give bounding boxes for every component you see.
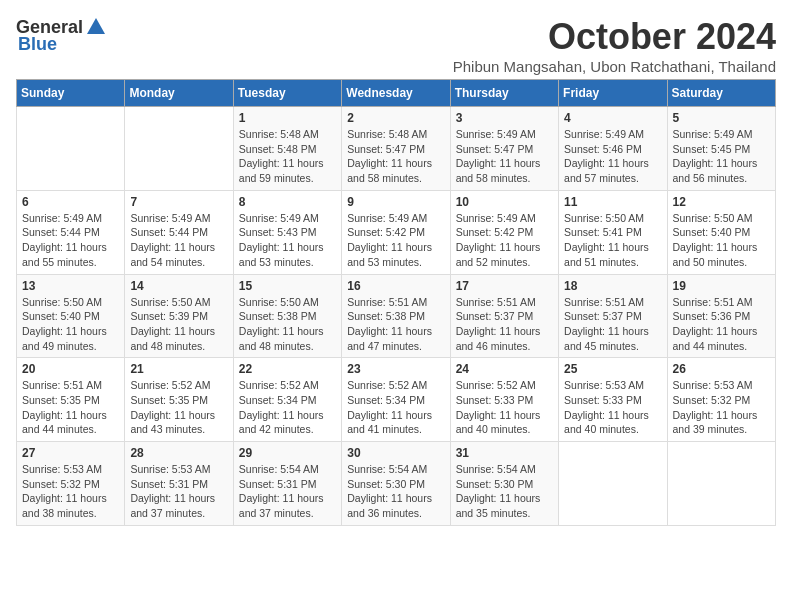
day-detail: Sunrise: 5:49 AMSunset: 5:42 PMDaylight:…: [456, 211, 553, 270]
day-detail: Sunrise: 5:51 AMSunset: 5:37 PMDaylight:…: [564, 295, 661, 354]
day-number: 8: [239, 195, 336, 209]
day-number: 22: [239, 362, 336, 376]
calendar-header-row: SundayMondayTuesdayWednesdayThursdayFrid…: [17, 80, 776, 107]
day-detail: Sunrise: 5:49 AMSunset: 5:43 PMDaylight:…: [239, 211, 336, 270]
day-detail: Sunrise: 5:51 AMSunset: 5:38 PMDaylight:…: [347, 295, 444, 354]
day-cell: 9Sunrise: 5:49 AMSunset: 5:42 PMDaylight…: [342, 190, 450, 274]
day-cell: 2Sunrise: 5:48 AMSunset: 5:47 PMDaylight…: [342, 107, 450, 191]
day-number: 24: [456, 362, 553, 376]
day-number: 10: [456, 195, 553, 209]
day-detail: Sunrise: 5:50 AMSunset: 5:41 PMDaylight:…: [564, 211, 661, 270]
calendar-table: SundayMondayTuesdayWednesdayThursdayFrid…: [16, 79, 776, 526]
day-number: 26: [673, 362, 770, 376]
day-cell: 10Sunrise: 5:49 AMSunset: 5:42 PMDayligh…: [450, 190, 558, 274]
day-detail: Sunrise: 5:49 AMSunset: 5:44 PMDaylight:…: [22, 211, 119, 270]
day-detail: Sunrise: 5:50 AMSunset: 5:40 PMDaylight:…: [673, 211, 770, 270]
day-cell: 17Sunrise: 5:51 AMSunset: 5:37 PMDayligh…: [450, 274, 558, 358]
logo: General Blue: [16, 16, 107, 55]
week-row-4: 20Sunrise: 5:51 AMSunset: 5:35 PMDayligh…: [17, 358, 776, 442]
day-cell: 13Sunrise: 5:50 AMSunset: 5:40 PMDayligh…: [17, 274, 125, 358]
day-number: 19: [673, 279, 770, 293]
day-cell: [667, 442, 775, 526]
day-number: 18: [564, 279, 661, 293]
day-cell: 6Sunrise: 5:49 AMSunset: 5:44 PMDaylight…: [17, 190, 125, 274]
day-cell: 18Sunrise: 5:51 AMSunset: 5:37 PMDayligh…: [559, 274, 667, 358]
day-cell: 5Sunrise: 5:49 AMSunset: 5:45 PMDaylight…: [667, 107, 775, 191]
day-cell: 26Sunrise: 5:53 AMSunset: 5:32 PMDayligh…: [667, 358, 775, 442]
day-detail: Sunrise: 5:54 AMSunset: 5:31 PMDaylight:…: [239, 462, 336, 521]
day-cell: 25Sunrise: 5:53 AMSunset: 5:33 PMDayligh…: [559, 358, 667, 442]
day-detail: Sunrise: 5:53 AMSunset: 5:33 PMDaylight:…: [564, 378, 661, 437]
day-cell: 14Sunrise: 5:50 AMSunset: 5:39 PMDayligh…: [125, 274, 233, 358]
header-day-wednesday: Wednesday: [342, 80, 450, 107]
day-number: 7: [130, 195, 227, 209]
title-block: October 2024 Phibun Mangsahan, Ubon Ratc…: [453, 16, 776, 75]
header-day-monday: Monday: [125, 80, 233, 107]
day-cell: [559, 442, 667, 526]
page-header: General Blue October 2024 Phibun Mangsah…: [16, 16, 776, 75]
day-detail: Sunrise: 5:48 AMSunset: 5:47 PMDaylight:…: [347, 127, 444, 186]
day-cell: 3Sunrise: 5:49 AMSunset: 5:47 PMDaylight…: [450, 107, 558, 191]
day-detail: Sunrise: 5:50 AMSunset: 5:38 PMDaylight:…: [239, 295, 336, 354]
day-detail: Sunrise: 5:51 AMSunset: 5:36 PMDaylight:…: [673, 295, 770, 354]
day-cell: 24Sunrise: 5:52 AMSunset: 5:33 PMDayligh…: [450, 358, 558, 442]
day-cell: 28Sunrise: 5:53 AMSunset: 5:31 PMDayligh…: [125, 442, 233, 526]
day-number: 11: [564, 195, 661, 209]
day-detail: Sunrise: 5:51 AMSunset: 5:37 PMDaylight:…: [456, 295, 553, 354]
day-cell: [17, 107, 125, 191]
day-number: 1: [239, 111, 336, 125]
day-cell: 23Sunrise: 5:52 AMSunset: 5:34 PMDayligh…: [342, 358, 450, 442]
day-number: 23: [347, 362, 444, 376]
day-cell: 11Sunrise: 5:50 AMSunset: 5:41 PMDayligh…: [559, 190, 667, 274]
day-number: 14: [130, 279, 227, 293]
day-cell: 20Sunrise: 5:51 AMSunset: 5:35 PMDayligh…: [17, 358, 125, 442]
day-detail: Sunrise: 5:52 AMSunset: 5:35 PMDaylight:…: [130, 378, 227, 437]
header-day-thursday: Thursday: [450, 80, 558, 107]
day-number: 31: [456, 446, 553, 460]
day-number: 5: [673, 111, 770, 125]
day-cell: 16Sunrise: 5:51 AMSunset: 5:38 PMDayligh…: [342, 274, 450, 358]
day-detail: Sunrise: 5:49 AMSunset: 5:46 PMDaylight:…: [564, 127, 661, 186]
day-cell: 12Sunrise: 5:50 AMSunset: 5:40 PMDayligh…: [667, 190, 775, 274]
day-cell: 30Sunrise: 5:54 AMSunset: 5:30 PMDayligh…: [342, 442, 450, 526]
day-cell: 15Sunrise: 5:50 AMSunset: 5:38 PMDayligh…: [233, 274, 341, 358]
header-day-friday: Friday: [559, 80, 667, 107]
week-row-2: 6Sunrise: 5:49 AMSunset: 5:44 PMDaylight…: [17, 190, 776, 274]
day-detail: Sunrise: 5:50 AMSunset: 5:40 PMDaylight:…: [22, 295, 119, 354]
day-detail: Sunrise: 5:49 AMSunset: 5:47 PMDaylight:…: [456, 127, 553, 186]
day-detail: Sunrise: 5:51 AMSunset: 5:35 PMDaylight:…: [22, 378, 119, 437]
day-number: 30: [347, 446, 444, 460]
day-number: 21: [130, 362, 227, 376]
day-number: 9: [347, 195, 444, 209]
header-day-saturday: Saturday: [667, 80, 775, 107]
day-cell: 1Sunrise: 5:48 AMSunset: 5:48 PMDaylight…: [233, 107, 341, 191]
day-detail: Sunrise: 5:49 AMSunset: 5:45 PMDaylight:…: [673, 127, 770, 186]
day-detail: Sunrise: 5:54 AMSunset: 5:30 PMDaylight:…: [456, 462, 553, 521]
day-detail: Sunrise: 5:52 AMSunset: 5:33 PMDaylight:…: [456, 378, 553, 437]
day-cell: 22Sunrise: 5:52 AMSunset: 5:34 PMDayligh…: [233, 358, 341, 442]
day-number: 12: [673, 195, 770, 209]
week-row-3: 13Sunrise: 5:50 AMSunset: 5:40 PMDayligh…: [17, 274, 776, 358]
day-detail: Sunrise: 5:52 AMSunset: 5:34 PMDaylight:…: [239, 378, 336, 437]
day-detail: Sunrise: 5:49 AMSunset: 5:44 PMDaylight:…: [130, 211, 227, 270]
day-number: 25: [564, 362, 661, 376]
day-detail: Sunrise: 5:53 AMSunset: 5:32 PMDaylight:…: [22, 462, 119, 521]
day-number: 16: [347, 279, 444, 293]
day-number: 29: [239, 446, 336, 460]
day-number: 4: [564, 111, 661, 125]
day-cell: 21Sunrise: 5:52 AMSunset: 5:35 PMDayligh…: [125, 358, 233, 442]
day-detail: Sunrise: 5:48 AMSunset: 5:48 PMDaylight:…: [239, 127, 336, 186]
week-row-5: 27Sunrise: 5:53 AMSunset: 5:32 PMDayligh…: [17, 442, 776, 526]
day-number: 13: [22, 279, 119, 293]
day-number: 6: [22, 195, 119, 209]
location-title: Phibun Mangsahan, Ubon Ratchathani, Thai…: [453, 58, 776, 75]
day-detail: Sunrise: 5:49 AMSunset: 5:42 PMDaylight:…: [347, 211, 444, 270]
header-day-sunday: Sunday: [17, 80, 125, 107]
day-number: 2: [347, 111, 444, 125]
day-number: 28: [130, 446, 227, 460]
day-cell: 4Sunrise: 5:49 AMSunset: 5:46 PMDaylight…: [559, 107, 667, 191]
day-number: 15: [239, 279, 336, 293]
day-number: 20: [22, 362, 119, 376]
day-cell: 19Sunrise: 5:51 AMSunset: 5:36 PMDayligh…: [667, 274, 775, 358]
week-row-1: 1Sunrise: 5:48 AMSunset: 5:48 PMDaylight…: [17, 107, 776, 191]
